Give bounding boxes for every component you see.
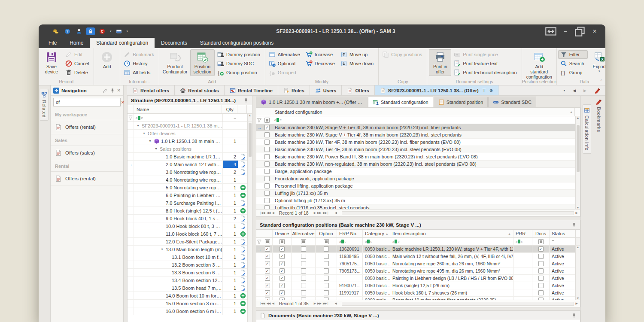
cell-checkbox[interactable]: ✓ [265,290,270,295]
qty-cell[interactable]: 1 [222,261,238,268]
help-icon[interactable]: ? [63,27,72,35]
sidebar-item-offers-sales-[interactable]: Offers (sales) [51,146,123,160]
qty-cell[interactable] [222,130,238,137]
row-checkbox[interactable] [264,132,270,137]
qty-cell[interactable]: 1 [222,276,238,284]
doc-edit-icon[interactable] [240,216,246,222]
table-row[interactable]: ✓✓7905175...0050 basic ...Nonrotating wi… [256,260,575,267]
cell-checkbox[interactable]: ✓ [279,261,285,266]
cell-checkbox[interactable] [301,283,306,288]
doc-edit-icon[interactable] [240,270,246,276]
add-circle-green-icon[interactable] [240,308,246,314]
table-row[interactable]: 15.0 Boom section 3 m incl....1 [128,300,247,307]
add-circle-green-icon[interactable] [240,185,246,191]
table-row[interactable]: →✓Basic machine 230 kW, Stage V + Tier 4… [256,124,575,131]
doc-edit-icon[interactable] [240,169,246,175]
table-row[interactable]: ▾1.0 LR 1250.1 38 m main boo...1 [128,137,247,145]
pin-tab-icon[interactable]: ⊤ [482,88,486,93]
doc-edit-icon[interactable] [240,200,246,206]
ribbon-tab-standard-configuration[interactable]: Standard configuration [90,38,155,48]
qty-cell[interactable]: 1 [222,238,238,245]
device-tab-standard-position[interactable]: Standard position [434,97,488,107]
table-row[interactable]: ▾13.0 Main boom length (m)1 [128,246,247,253]
table-row[interactable]: 11.0 Hook block 160 t, 7 sh...1 [128,230,247,238]
table-row[interactable]: 10.0 Hook block 80 t, 3 she...1 [128,222,247,230]
doc-edit-icon[interactable] [240,239,246,245]
table-row[interactable]: 13.4 Boom section 12 ...1 [128,276,247,284]
print-in-offer-button[interactable]: Print in offer [429,49,451,76]
qty-cell[interactable]: 2 [222,215,238,222]
table-row[interactable]: Foundation work, application package [256,175,575,182]
ribbon-collapse-icon[interactable]: ⌃ [599,79,603,83]
table-row[interactable]: 7.0 Surcharge Painting in c...1 [128,199,247,207]
column-header-device[interactable]: Device [273,230,292,237]
ribbon-tab-file[interactable]: File [42,38,63,48]
cell-checkbox[interactable] [324,283,329,288]
save-device-button[interactable]: Save device [40,49,63,76]
hscroll-right-icon[interactable]: ▶ [576,302,577,305]
qty-cell[interactable]: 2 [222,153,238,160]
table-row[interactable]: ✓✓9190071...0050 basic ...Hook (single) … [256,282,575,289]
cell-checkbox[interactable] [324,261,329,266]
position-selection-button[interactable]: Position selection [190,49,215,76]
add-circle-green-icon[interactable] [240,192,246,198]
table-row[interactable]: Luffing jib (1713.xx) 35 m [256,190,575,197]
table-row[interactable]: Basic machine 230 kW, Power Band H, 38 m… [256,153,575,161]
device-tab-1-0-lr-1250-1-38-m-main-boom-o[interactable]: 1.0 LR 1250.1 38 m main boom +... (Offer… [256,97,368,107]
row-checkbox[interactable] [264,140,270,145]
qty-cell[interactable]: 2 [222,168,238,176]
splitter[interactable] [252,96,256,322]
qty-cell[interactable] [222,122,238,129]
tab-scroll-left-icon[interactable]: ◀ [573,88,576,93]
expand-caret-icon[interactable]: ▾ [154,147,158,151]
expand-caret-icon[interactable]: ▾ [142,131,146,135]
qty-cell[interactable]: 1 [222,137,238,145]
cell-checkbox[interactable]: ✓ [265,268,270,273]
pager-last-button[interactable]: ▶▶❘ [323,302,329,305]
filter-button[interactable]: Filter [558,50,588,59]
cell-checkbox[interactable] [538,290,544,295]
calculation-info-side-tab[interactable]: Calculation info [583,104,591,154]
lock-icon[interactable] [86,27,95,35]
qty-cell[interactable]: 1 [222,222,238,230]
table-row[interactable]: 1.0 Basic machine LR 1250....2 [128,153,247,161]
column-header-standard-configuration[interactable]: Standard configuration [272,108,567,116]
sidebar-item-offers-rental-[interactable]: Offers (rental) [51,172,123,186]
doc-edit-icon[interactable] [240,161,246,167]
ribbon-tab-home[interactable]: Home [63,38,90,48]
qty-cell[interactable]: 1 [222,176,238,183]
pin-icon[interactable] [243,98,249,103]
pin-icon[interactable] [110,88,115,93]
session-icon[interactable] [75,27,83,35]
doc-edit-icon[interactable] [240,246,246,252]
related-side-tab[interactable]: Related [40,89,49,121]
horizontal-scrollbar[interactable] [342,302,574,306]
qty-cell[interactable] [222,145,238,152]
cell-checkbox[interactable]: ✓ [265,276,270,281]
bookmark-flag-icon[interactable] [594,87,601,94]
delete-button[interactable]: Delete [63,68,92,77]
cell-checkbox[interactable] [324,268,329,273]
table-row[interactable]: ▾Sales positions [128,145,247,153]
column-header-item-description[interactable]: Item description▲ [390,230,513,237]
cell-checkbox[interactable]: ✓ [279,246,285,252]
pager-prev-page-button[interactable]: ◀◀ [267,302,270,305]
close-tab-icon[interactable]: ⊗ [489,88,493,93]
table-row[interactable]: Basic machine 230 kW, Stage V + Tier 4f,… [256,131,575,139]
document-tab-rental-stocks[interactable]: Rental stocks [175,85,225,95]
bookmarks-icon[interactable] [595,98,602,105]
row-checkbox[interactable] [264,176,270,181]
table-row[interactable]: →2.0 Main winch 12 t without...4 [128,161,247,168]
group-button[interactable]: { }Group [558,68,588,77]
cell-checkbox[interactable]: ✓ [265,261,270,266]
table-row[interactable]: 14.0 Boom foot 10 m for c...1 [128,292,247,300]
print-technical-description-button[interactable]: Print technical description [452,68,520,77]
pager-last-button[interactable]: ▶▶❘ [323,211,329,215]
column-header-category[interactable]: Category▲ [363,230,390,237]
row-checkbox[interactable] [264,154,270,159]
window-close-button[interactable]: ✕ [587,26,602,36]
cell-checkbox[interactable] [324,254,329,259]
splitter[interactable] [124,85,127,322]
table-row[interactable]: ▾SF2023-000091-1 - LR 1250.1 38 m main .… [128,122,247,130]
dropdown-caret-icon[interactable]: ▾ [110,30,112,33]
